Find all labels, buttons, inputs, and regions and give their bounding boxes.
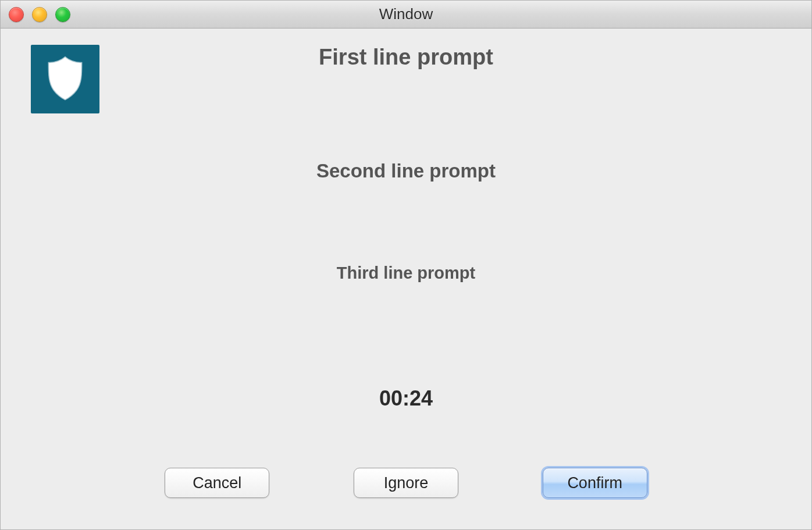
dialog-window: Window First line prompt Second line pro… <box>0 0 812 530</box>
cancel-button[interactable]: Cancel <box>165 468 269 498</box>
prompt-line-3: Third line prompt <box>337 264 475 283</box>
ignore-button[interactable]: Ignore <box>354 468 458 498</box>
prompt-line-2: Second line prompt <box>316 160 496 182</box>
titlebar[interactable]: Window <box>1 1 811 29</box>
dialog-content: First line prompt Second line prompt Thi… <box>1 29 811 529</box>
button-row: Cancel Ignore Confirm <box>1 468 811 498</box>
prompt-line-1: First line prompt <box>319 45 493 70</box>
window-title: Window <box>379 5 433 23</box>
countdown-timer: 00:24 <box>379 386 433 411</box>
prompt-area: First line prompt Second line prompt Thi… <box>1 45 811 283</box>
zoom-icon[interactable] <box>55 7 70 22</box>
minimize-icon[interactable] <box>32 7 47 22</box>
close-icon[interactable] <box>9 7 24 22</box>
confirm-button[interactable]: Confirm <box>543 468 647 498</box>
traffic-lights <box>9 7 70 22</box>
